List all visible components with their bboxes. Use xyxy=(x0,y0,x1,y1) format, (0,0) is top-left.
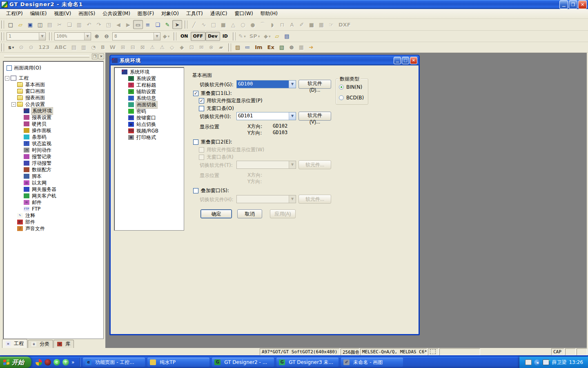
expander-icon[interactable]: - xyxy=(11,102,16,107)
copy-icon[interactable]: ❏ xyxy=(65,20,74,29)
alarm-history-icon[interactable]: ⊟ xyxy=(128,43,138,52)
screen-image-icon[interactable]: ▤ xyxy=(45,20,55,29)
menu-item[interactable]: 对象(O) xyxy=(158,9,183,18)
settings-category-item[interactable]: T 工程标题 xyxy=(115,82,183,88)
menu-item[interactable]: 通讯(C) xyxy=(207,9,231,18)
panelmeter-icon[interactable]: ◇ xyxy=(167,43,177,52)
tree-item[interactable]: FTP FTP xyxy=(4,206,102,212)
settings-category-item[interactable]: ☝ 密码 xyxy=(115,108,183,114)
off-state-button[interactable]: OFF xyxy=(191,32,205,41)
chevron-down-icon[interactable]: ▼ xyxy=(289,81,296,88)
zoom-combobox[interactable]: 100% ▼ xyxy=(54,32,91,40)
fill-color-icon[interactable]: ◆ xyxy=(161,32,171,41)
clock-icon[interactable]: ◔ xyxy=(89,43,98,52)
bucket-style-icon[interactable]: ◆ xyxy=(262,32,272,41)
tree-item[interactable]: ✎ 注释 xyxy=(4,212,102,219)
device-view-button[interactable]: Dev xyxy=(205,32,220,41)
menu-item[interactable]: 帮助(H) xyxy=(257,9,281,18)
prev-screen-icon[interactable]: ◀ xyxy=(114,20,123,29)
close-icon[interactable]: ✕ xyxy=(578,0,587,9)
menu-item[interactable]: 公共设置(M) xyxy=(99,9,134,18)
sp-style-icon[interactable]: SP xyxy=(247,32,262,41)
lamp-icon[interactable]: ⊙ xyxy=(26,43,36,52)
settings-category-item[interactable]: RGB 视频/RGB xyxy=(115,128,183,134)
start-button[interactable]: 开始 xyxy=(0,357,31,368)
panel-restore-icon[interactable]: ❐ xyxy=(92,54,98,59)
chevron-down-icon[interactable]: ▼ xyxy=(289,112,296,120)
preview-window-icon[interactable]: ▭ xyxy=(133,20,143,29)
image-check-icon[interactable]: ▧ xyxy=(277,43,287,52)
settings-category-item[interactable]: + 辅助设置 xyxy=(115,88,183,95)
circle-tool-icon[interactable]: ○ xyxy=(238,20,248,29)
cancel-button[interactable]: 取消 xyxy=(237,209,262,218)
find-icon[interactable]: ⊚ xyxy=(287,43,296,52)
filled-circle-tool-icon[interactable]: ● xyxy=(248,20,258,29)
dxf-tool-icon[interactable]: DXF xyxy=(336,20,353,29)
update-icon[interactable]: + xyxy=(62,359,69,366)
taskbar-task-button[interactable]: G GT Designer3 未... xyxy=(276,358,339,367)
menu-item[interactable]: 编辑(E) xyxy=(27,9,51,18)
panel-close-icon[interactable]: ✕ xyxy=(98,54,104,59)
media-app-icon[interactable] xyxy=(45,359,51,366)
tree-item[interactable]: 数据配方 xyxy=(4,166,102,173)
browser-icon[interactable]: e xyxy=(53,359,60,366)
tree-item[interactable]: 报表画面 xyxy=(4,94,102,101)
overlap2-device-button[interactable]: 软元件... xyxy=(298,160,331,169)
parts-move-icon[interactable]: ⚠ xyxy=(157,43,167,52)
menu-item[interactable]: 图形(F) xyxy=(134,9,158,18)
overlap1-position-checkbox[interactable] xyxy=(199,98,204,103)
clipboard-edit-icon[interactable]: ▨ xyxy=(233,43,243,52)
tree-item[interactable]: 浮动报警 xyxy=(4,160,102,166)
keywindow-icon[interactable]: ⊡ xyxy=(187,43,196,52)
settings-category-item[interactable]: ✳ 系统设置 xyxy=(115,75,183,82)
arc-tool-icon[interactable]: ⌒ xyxy=(258,20,267,29)
numeric-123-icon[interactable]: 123 xyxy=(36,43,52,52)
import-icon[interactable]: Im xyxy=(252,43,265,52)
next-screen-icon[interactable]: ▶ xyxy=(123,20,133,29)
alarm-float-icon[interactable]: ⊠ xyxy=(138,43,147,52)
tree-item[interactable]: - 公共设置 xyxy=(4,101,102,108)
import-image-tool-icon[interactable]: ▦ xyxy=(316,20,326,29)
workspace-tab[interactable]: ⚒ 库 xyxy=(53,340,74,348)
taskbar-task-button[interactable]: e 功能页面 - 工控... xyxy=(83,358,145,367)
menu-item[interactable]: 工程(P) xyxy=(2,9,27,18)
open-folder-icon[interactable]: ▱ xyxy=(16,20,25,29)
tree-item[interactable]: 操作面板 xyxy=(4,127,102,134)
grid-icon[interactable]: ▦ xyxy=(296,43,306,52)
messenger-icon[interactable] xyxy=(36,359,42,366)
polyline-tool-icon[interactable]: ∿ xyxy=(199,20,209,29)
overlap1-nobar-checkbox[interactable] xyxy=(199,106,204,111)
settings-category-item[interactable]: ◉ 站点切换 xyxy=(115,121,183,128)
open-window-icon[interactable]: ▱ xyxy=(272,32,282,41)
menu-item[interactable]: 工具(T) xyxy=(183,9,207,18)
tree-item[interactable]: ◔ 时间动作 xyxy=(4,147,102,153)
tree-item[interactable]: 网关客户机 xyxy=(4,193,102,199)
alarm-list-icon[interactable]: ⊞ xyxy=(118,43,128,52)
overlap1-device-button[interactable]: 软元件(V)... xyxy=(298,112,331,121)
settings-category-item[interactable]: 45 按键窗口 xyxy=(115,114,183,121)
overlap2-checkbox[interactable] xyxy=(193,139,198,145)
switch-lamp-icon[interactable]: ⊙ xyxy=(16,43,26,52)
save-image-icon[interactable]: ◫ xyxy=(35,20,45,29)
sector-tool-icon[interactable]: ◗ xyxy=(267,20,277,29)
tree-item[interactable]: ✉ 邮件 xyxy=(4,199,102,206)
apply-button[interactable]: 应用(A) xyxy=(270,209,296,218)
tree-item[interactable]: 脚本 xyxy=(4,173,102,180)
scale-tool-icon[interactable]: ⊓ xyxy=(277,20,287,29)
restore-icon[interactable]: ❐ xyxy=(569,0,577,9)
ascii-display-icon[interactable]: ▥ xyxy=(79,43,89,52)
rect-tool-icon[interactable]: □ xyxy=(209,20,218,29)
numeric-display-icon[interactable]: ▤ xyxy=(69,43,79,52)
base-switch-device-combobox[interactable]: GD100 ▼ xyxy=(236,80,296,88)
mail-send-icon[interactable]: ✉ xyxy=(196,43,206,52)
chevron-more-icon[interactable]: » xyxy=(71,359,74,365)
zoom-in-icon[interactable]: ⊕ xyxy=(92,32,102,41)
tree-item[interactable]: ? 状态监视 xyxy=(4,140,102,147)
line-tool-icon[interactable]: ╱ xyxy=(189,20,199,29)
overlap1-checkbox[interactable] xyxy=(193,91,198,96)
tree-item[interactable]: 8T 部件 xyxy=(4,219,102,225)
ascii-abc-icon[interactable]: ABC xyxy=(52,43,69,52)
tree-list-icon[interactable]: ≔ xyxy=(243,43,252,52)
keyboard-icon[interactable] xyxy=(525,359,532,365)
settings-category-item[interactable]: 系统环境 xyxy=(115,69,183,75)
